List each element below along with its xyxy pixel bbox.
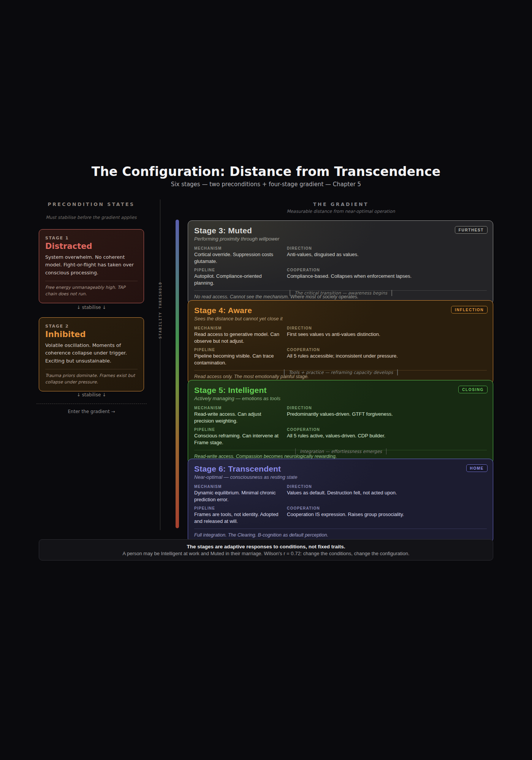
gradient-heading: THE GRADIENT bbox=[189, 201, 493, 207]
closing-badge: CLOSING bbox=[458, 386, 488, 393]
direction-label: DIRECTION bbox=[287, 246, 487, 250]
footnote-bold-line: The stages are adaptive responses to con… bbox=[47, 544, 485, 549]
stabilise-arrow-label: ↓ stabilise ↓ bbox=[39, 392, 144, 397]
connector-label: The critical transition — awareness begi… bbox=[294, 290, 387, 296]
mechanism-value: Read-write access. Can adjust precision … bbox=[194, 411, 280, 424]
gradient-subheading: Measurable distance from near-optimal op… bbox=[189, 209, 493, 214]
enter-gradient-label: Enter the gradient → bbox=[39, 409, 144, 414]
stage-6-title: Stage 6: Transcendent bbox=[194, 464, 487, 473]
stage-4-fields: MECHANISM Read access to generative mode… bbox=[194, 326, 487, 366]
mechanism-value: Dynamic equilibrium. Minimal chronic pre… bbox=[194, 489, 280, 503]
stage-2-body: Volatile oscillation. Moments of coheren… bbox=[45, 342, 138, 365]
mechanism-value: Cortical override. Suppression costs glu… bbox=[194, 251, 280, 264]
mechanism-field: MECHANISM Dynamic equilibrium. Minimal c… bbox=[194, 484, 280, 503]
furthest-badge: FURTHEST bbox=[455, 226, 488, 234]
pipeline-label: PIPELINE bbox=[194, 428, 280, 432]
stage-4-title: Stage 4: Aware bbox=[194, 306, 487, 315]
stage-2-title: Inhibited bbox=[45, 330, 138, 339]
stage-2-inhibited-card: STAGE 2 Inhibited Volatile oscillation. … bbox=[39, 317, 144, 391]
page-subtitle: Six stages — two preconditions + four-st… bbox=[0, 181, 532, 188]
pipeline-label: PIPELINE bbox=[194, 268, 280, 272]
threshold-divider-line bbox=[160, 334, 160, 530]
transition-connector: Tools + practice — reframing capacity de… bbox=[189, 369, 493, 375]
transition-connector: Integration — effortlessness emerges bbox=[189, 448, 493, 454]
stage-1-note: Free energy unmanageably high. TAP chain… bbox=[45, 285, 138, 298]
pipeline-value: Frames are tools, not identity. Adopted … bbox=[194, 511, 280, 524]
cooperation-value: All 5 rules accessible; inconsistent und… bbox=[287, 353, 487, 359]
connector-tick bbox=[391, 290, 392, 296]
connector-tick bbox=[295, 448, 296, 454]
stage-2-note: Trauma priors dominate. Frames exist but… bbox=[45, 373, 138, 386]
dashed-separator bbox=[36, 404, 147, 404]
stage-3-title: Stage 3: Muted bbox=[194, 226, 487, 235]
pipeline-field: PIPELINE Conscious reframing. Can interv… bbox=[194, 428, 280, 446]
preconditions-subheading: Must stabilise before the gradient appli… bbox=[15, 215, 167, 220]
cooperation-value: All 5 rules active, values-driven. CDP b… bbox=[287, 432, 487, 439]
connector-tick bbox=[397, 369, 398, 375]
transition-connector: The critical transition — awareness begi… bbox=[189, 290, 493, 296]
stage-5-subtitle: Actively managing — emotions as tools bbox=[194, 396, 487, 401]
stage-4-subtitle: Sees the distance but cannot yet close i… bbox=[194, 316, 487, 321]
cooperation-field: COOPERATION All 5 rules accessible; inco… bbox=[287, 348, 487, 366]
connector-tick bbox=[290, 290, 290, 296]
mechanism-value: Read access to generative model. Can obs… bbox=[194, 331, 280, 344]
pipeline-value: Autopilot. Compliance-oriented planning. bbox=[194, 273, 280, 286]
stage-2-label: STAGE 2 bbox=[45, 324, 138, 329]
infographic-canvas: The Configuration: Distance from Transce… bbox=[0, 0, 532, 760]
pipeline-field: PIPELINE Pipeline becoming visible. Can … bbox=[194, 348, 280, 366]
pipeline-field: PIPELINE Autopilot. Compliance-oriented … bbox=[194, 268, 280, 286]
pipeline-value: Conscious reframing. Can intervene at Fr… bbox=[194, 432, 280, 446]
direction-value: First sees values vs anti-values distinc… bbox=[287, 331, 487, 338]
stabilise-arrow-label: ↓ stabilise ↓ bbox=[39, 305, 144, 310]
direction-label: DIRECTION bbox=[287, 326, 487, 330]
home-badge: HOME bbox=[466, 464, 488, 472]
direction-value: Values as default. Destruction felt, not… bbox=[287, 489, 487, 496]
cooperation-label: COOPERATION bbox=[287, 268, 487, 272]
pipeline-label: PIPELINE bbox=[194, 506, 280, 510]
card-divider bbox=[45, 281, 138, 281]
direction-value: Anti-values, disguised as values. bbox=[287, 251, 487, 258]
stage-1-title: Distracted bbox=[45, 242, 138, 251]
direction-field: DIRECTION Predominantly values-driven. G… bbox=[287, 406, 487, 424]
direction-label: DIRECTION bbox=[287, 406, 487, 410]
stage-1-distracted-card: STAGE 1 Distracted System overwhelm. No … bbox=[39, 229, 144, 303]
cooperation-value: Cooperation IS expression. Raises group … bbox=[287, 511, 487, 518]
pipeline-label: PIPELINE bbox=[194, 348, 280, 352]
footnote-box: The stages are adaptive responses to con… bbox=[39, 539, 493, 560]
stage-6-footer-note: Full integration. The Clearing. B-cognit… bbox=[194, 529, 487, 538]
connector-label: Integration — effortlessness emerges bbox=[300, 449, 382, 454]
mechanism-label: MECHANISM bbox=[194, 246, 280, 250]
cooperation-field: COOPERATION All 5 rules active, values-d… bbox=[287, 428, 487, 446]
pipeline-field: PIPELINE Frames are tools, not identity.… bbox=[194, 506, 280, 524]
stage-gradient-bar bbox=[176, 220, 179, 528]
connector-label: Tools + practice — reframing capacity de… bbox=[289, 370, 393, 375]
footnote-text-line: A person may be Intelligent at work and … bbox=[47, 551, 485, 556]
stage-6-subtitle: Near-optimal — consciousness as resting … bbox=[194, 474, 487, 480]
mechanism-field: MECHANISM Read access to generative mode… bbox=[194, 326, 280, 344]
cooperation-label: COOPERATION bbox=[287, 506, 487, 510]
pipeline-value: Pipeline becoming visible. Can trace con… bbox=[194, 353, 280, 366]
stage-1-body: System overwhelm. No coherent model. Fig… bbox=[45, 253, 138, 277]
connector-tick bbox=[386, 448, 387, 454]
mechanism-field: MECHANISM Cortical override. Suppression… bbox=[194, 246, 280, 264]
cooperation-field: COOPERATION Cooperation IS expression. R… bbox=[287, 506, 487, 524]
page-title: The Configuration: Distance from Transce… bbox=[0, 164, 532, 179]
stage-3-fields: MECHANISM Cortical override. Suppression… bbox=[194, 246, 487, 286]
direction-field: DIRECTION Values as default. Destruction… bbox=[287, 484, 487, 503]
stage-6-fields: MECHANISM Dynamic equilibrium. Minimal c… bbox=[194, 484, 487, 524]
mechanism-label: MECHANISM bbox=[194, 484, 280, 489]
cooperation-field: COOPERATION Compliance-based. Collapses … bbox=[287, 268, 487, 286]
connector-tick bbox=[284, 369, 285, 375]
cooperation-label: COOPERATION bbox=[287, 348, 487, 352]
stage-1-label: STAGE 1 bbox=[45, 236, 138, 241]
stage-6-transcendent-card: HOME Stage 6: Transcendent Near-optimal … bbox=[188, 459, 493, 543]
mechanism-label: MECHANISM bbox=[194, 406, 280, 410]
cooperation-value: Compliance-based. Collapses when enforce… bbox=[287, 273, 487, 280]
direction-value: Predominantly values-driven. GTFT forgiv… bbox=[287, 411, 487, 418]
threshold-divider-line bbox=[160, 200, 160, 286]
stage-3-subtitle: Performing proximity through willpower bbox=[194, 236, 487, 242]
direction-field: DIRECTION First sees values vs anti-valu… bbox=[287, 326, 487, 344]
preconditions-heading: PRECONDITION STATES bbox=[15, 201, 167, 207]
stage-5-title: Stage 5: Intelligent bbox=[194, 386, 487, 395]
cooperation-label: COOPERATION bbox=[287, 428, 487, 432]
